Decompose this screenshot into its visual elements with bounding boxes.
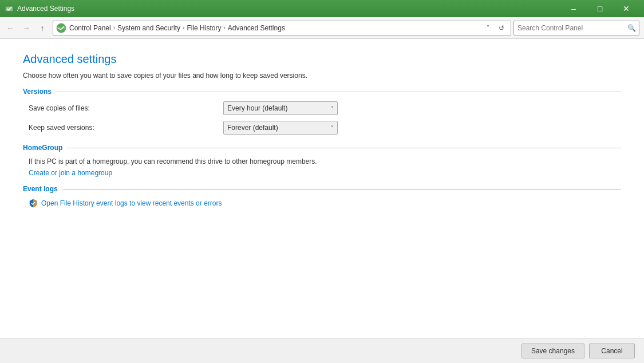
breadcrumb: Control Panel › System and Security › Fi… — [69, 24, 285, 32]
breadcrumb-system-security[interactable]: System and Security — [117, 24, 180, 32]
back-button[interactable]: ← — [2, 20, 18, 36]
versions-section-header: Versions — [23, 88, 621, 96]
save-copies-row: Save copies of files: Every hour (defaul… — [23, 101, 621, 115]
window-title: Advanced Settings — [17, 5, 560, 13]
breadcrumb-file-history[interactable]: File History — [187, 24, 221, 32]
homegroup-description: If this PC is part of a homegroup, you c… — [29, 157, 621, 165]
bottom-bar: Save changes Cancel — [0, 338, 644, 363]
create-homegroup-link[interactable]: Create or join a homegroup — [29, 169, 112, 177]
cancel-button[interactable]: Cancel — [589, 344, 635, 358]
keep-versions-value: Forever (default) — [227, 124, 278, 132]
nav-bar: ← → ↑ Control Panel › System and Securit… — [0, 17, 644, 39]
close-button[interactable]: ✕ — [613, 0, 639, 17]
up-button[interactable]: ↑ — [34, 20, 50, 36]
main-content: Advanced settings Choose how often you w… — [0, 39, 644, 338]
keep-versions-row: Keep saved versions: Forever (default) ˅ — [23, 121, 621, 135]
save-copies-value: Every hour (default) — [227, 104, 287, 112]
keep-versions-label: Keep saved versions: — [29, 124, 223, 132]
event-logs-link-text: Open File History event logs to view rec… — [41, 199, 222, 207]
homegroup-content: If this PC is part of a homegroup, you c… — [23, 157, 621, 177]
save-changes-button[interactable]: Save changes — [521, 344, 584, 358]
breadcrumb-advanced-settings[interactable]: Advanced Settings — [228, 24, 285, 32]
app-icon — [5, 4, 14, 13]
address-dropdown-button[interactable]: ˅ — [482, 21, 493, 35]
page-title: Advanced settings — [23, 53, 621, 66]
save-copies-dropdown[interactable]: Every hour (default) ˅ — [223, 101, 338, 115]
search-box[interactable]: 🔍 — [513, 21, 639, 35]
save-copies-dropdown-arrow: ˅ — [331, 105, 334, 112]
keep-versions-dropdown[interactable]: Forever (default) ˅ — [223, 121, 338, 135]
event-logs-link[interactable]: Open File History event logs to view rec… — [23, 199, 621, 208]
shield-icon — [29, 199, 38, 208]
maximize-button[interactable]: □ — [587, 0, 613, 17]
window-controls: – □ ✕ — [560, 0, 639, 17]
title-bar: Advanced Settings – □ ✕ — [0, 0, 644, 17]
page-description: Choose how often you want to save copies… — [23, 72, 621, 80]
address-icon — [56, 22, 67, 34]
address-bar[interactable]: Control Panel › System and Security › Fi… — [53, 21, 511, 35]
minimize-button[interactable]: – — [560, 0, 587, 17]
homegroup-section-header: HomeGroup — [23, 144, 621, 152]
forward-button[interactable]: → — [18, 20, 34, 36]
keep-versions-dropdown-arrow: ˅ — [331, 125, 334, 131]
breadcrumb-control-panel[interactable]: Control Panel — [69, 24, 111, 32]
event-logs-section-header: Event logs — [23, 185, 621, 193]
refresh-button[interactable]: ↺ — [495, 21, 508, 35]
save-copies-label: Save copies of files: — [29, 104, 223, 112]
search-button[interactable]: 🔍 — [624, 21, 639, 35]
search-input[interactable] — [514, 24, 624, 32]
